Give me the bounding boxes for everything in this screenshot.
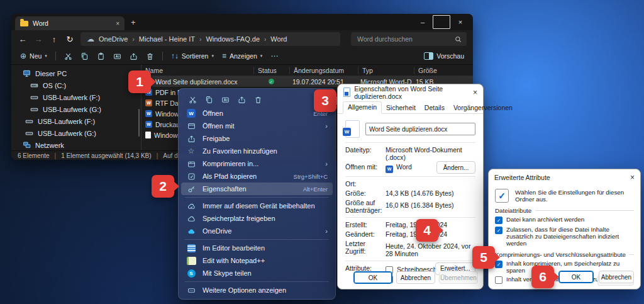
preview-toggle[interactable]: Vorschau bbox=[424, 52, 464, 60]
sidebar-item-dieser-pc[interactable]: Dieser PC bbox=[11, 67, 141, 79]
ok-button[interactable]: OK bbox=[353, 271, 392, 284]
new-button[interactable]: ⊕Neu▾ bbox=[20, 52, 47, 60]
location-row: Ort: bbox=[345, 180, 475, 188]
intro-row: ✓ Wählen Sie die Einstellungen für diese… bbox=[495, 189, 634, 203]
sidebar-item-usb-f2[interactable]: USB-Laufwerk (F:) bbox=[11, 115, 141, 127]
more-options-button[interactable]: ⋯ bbox=[270, 52, 278, 60]
menu-item-add-favorites[interactable]: ☆Zu Favoriten hinzufügen bbox=[179, 145, 335, 157]
maximize-button[interactable] bbox=[433, 16, 450, 28]
submenu-arrow-icon: › bbox=[325, 227, 328, 235]
toolbar-divider bbox=[162, 52, 163, 60]
toolbar-divider bbox=[55, 52, 56, 60]
index-checkbox[interactable] bbox=[495, 227, 502, 234]
sidebar-item-usb-f[interactable]: USB-Laufwerk (F:) bbox=[11, 91, 141, 103]
refresh-button[interactable]: ↻ bbox=[65, 35, 75, 44]
column-status[interactable]: Status bbox=[253, 67, 289, 74]
sidebar-item-netzwerk[interactable]: Netzwerk bbox=[11, 139, 141, 151]
menu-item-notepad-plus[interactable]: Edit with Notepad++ bbox=[179, 254, 335, 267]
breadcrumb-item[interactable]: Windows-FAQ.de bbox=[206, 35, 260, 43]
menu-item-edit-in-editor[interactable]: Im Editor bearbeiten bbox=[179, 242, 335, 254]
menu-item-copy-path[interactable]: Als Pfad kopierenStrg+Shift+C bbox=[179, 170, 335, 183]
breadcrumb-item[interactable]: Word bbox=[270, 35, 287, 43]
tab-details[interactable]: Details bbox=[420, 103, 449, 113]
column-headers: Name Status Änderungsdatum Typ Größe bbox=[142, 65, 473, 76]
tab-vorgaengerversionen[interactable]: Vorgängerversionen bbox=[449, 103, 517, 113]
column-modified[interactable]: Änderungsdatum bbox=[289, 67, 358, 74]
breadcrumb[interactable]: ☁ OneDrive › Michael - Heine IT › Window… bbox=[80, 32, 340, 46]
tab-allgemein[interactable]: Allgemein bbox=[343, 101, 382, 114]
separator bbox=[345, 217, 475, 218]
menu-item-more-options[interactable]: Weitere Optionen anzeigen bbox=[179, 284, 335, 296]
tab-sicherheit[interactable]: Sicherheit bbox=[382, 103, 420, 113]
search-box[interactable] bbox=[351, 32, 467, 46]
close-icon[interactable]: × bbox=[630, 173, 635, 182]
tab-close-icon[interactable]: × bbox=[116, 20, 119, 27]
onedrive-cloud-icon: ☁ bbox=[87, 35, 94, 43]
delete-icon[interactable] bbox=[254, 96, 262, 104]
close-icon[interactable]: × bbox=[473, 88, 477, 97]
paste-icon[interactable] bbox=[97, 52, 105, 60]
cut-icon[interactable] bbox=[64, 52, 72, 60]
word-app-icon bbox=[386, 166, 393, 173]
up-button[interactable]: ↑ bbox=[49, 35, 59, 44]
menu-item-properties[interactable]: EigenschaftenAlt+Enter bbox=[181, 183, 333, 195]
column-name[interactable]: Name bbox=[142, 67, 253, 74]
sidebar-item-os-c[interactable]: OS (C:) bbox=[11, 79, 141, 91]
new-tab-button[interactable]: + bbox=[131, 18, 136, 27]
ok-button[interactable]: OK bbox=[558, 271, 594, 283]
sort-button[interactable]: ↑↓Sortieren▾ bbox=[171, 52, 214, 60]
dialog-title: Erweiterte Attribute bbox=[494, 174, 550, 181]
open-with-row: Öffnen mit:Word Ändern... bbox=[345, 163, 475, 173]
star-icon: ☆ bbox=[186, 147, 196, 155]
view-button[interactable]: ≡Anzeigen▾ bbox=[222, 52, 262, 60]
change-button[interactable]: Ändern... bbox=[436, 161, 475, 174]
menu-item-free-space[interactable]: Speicherplatz freigeben bbox=[179, 212, 335, 225]
rename-icon[interactable] bbox=[221, 96, 230, 104]
close-button[interactable]: × bbox=[452, 16, 469, 28]
column-size[interactable]: Größe bbox=[414, 67, 455, 74]
sidebar-item-usb-g[interactable]: USB-Laufwerk (G:) bbox=[11, 103, 141, 115]
cancel-button[interactable]: Abbrechen bbox=[396, 271, 435, 284]
back-button[interactable]: ← bbox=[18, 35, 28, 44]
share-icon[interactable] bbox=[238, 96, 246, 104]
share-icon[interactable] bbox=[130, 52, 138, 60]
copy-icon[interactable] bbox=[80, 52, 89, 60]
group-file-attributes: Dateiattribute bbox=[495, 207, 634, 214]
forward-button[interactable]: → bbox=[33, 35, 43, 44]
search-input[interactable] bbox=[356, 35, 455, 43]
menu-item-open[interactable]: ÖffnenEnter bbox=[179, 107, 335, 120]
column-type[interactable]: Typ bbox=[358, 67, 414, 74]
delete-icon[interactable] bbox=[146, 52, 154, 60]
separator bbox=[345, 261, 475, 261]
rtf-file-icon bbox=[145, 99, 152, 106]
minimize-button[interactable]: – bbox=[414, 16, 431, 28]
sidebar-scrollbar[interactable] bbox=[138, 109, 140, 137]
cancel-button[interactable]: Abbrechen bbox=[599, 271, 634, 283]
step-badge-3: 3 bbox=[314, 89, 336, 112]
filename-input[interactable] bbox=[365, 123, 475, 135]
menu-item-onedrive[interactable]: OneDrive› bbox=[179, 225, 335, 237]
copy-icon[interactable] bbox=[205, 96, 213, 104]
breadcrumb-item[interactable]: OneDrive bbox=[99, 35, 128, 43]
quick-actions-row bbox=[179, 92, 335, 107]
menu-item-share[interactable]: Freigabe bbox=[179, 132, 335, 145]
menu-item-skype-share[interactable]: Mit Skype teilen bbox=[179, 267, 335, 279]
context-menu: ÖffnenEnter Öffnen mit› Freigabe ☆Zu Fav… bbox=[178, 88, 336, 300]
apply-button[interactable]: Übernehmen bbox=[439, 271, 478, 284]
breadcrumb-separator: › bbox=[199, 36, 201, 43]
step-badge-4: 4 bbox=[416, 219, 438, 242]
explorer-tab[interactable]: Word × bbox=[15, 16, 125, 30]
menu-item-compress[interactable]: Komprimieren in...› bbox=[179, 157, 335, 170]
menu-item-open-with[interactable]: Öffnen mit› bbox=[179, 120, 335, 132]
status-count: 6 Elemente bbox=[18, 152, 50, 159]
menu-item-keep-on-device[interactable]: Immer auf diesem Gerät beibehalten bbox=[179, 200, 335, 212]
status-divider: | bbox=[157, 152, 158, 159]
menu-separator bbox=[185, 197, 329, 198]
rename-icon[interactable] bbox=[113, 52, 121, 60]
archive-checkbox[interactable] bbox=[495, 217, 502, 224]
dialog-title-bar: Eigenschaften von Word Seite duplizieren… bbox=[338, 84, 483, 100]
encrypt-checkbox[interactable] bbox=[495, 276, 502, 284]
sidebar-item-usb-g2[interactable]: USB-Laufwerk (G:) bbox=[11, 127, 141, 139]
breadcrumb-item[interactable]: Michael - Heine IT bbox=[139, 35, 195, 43]
cut-icon[interactable] bbox=[189, 96, 197, 104]
